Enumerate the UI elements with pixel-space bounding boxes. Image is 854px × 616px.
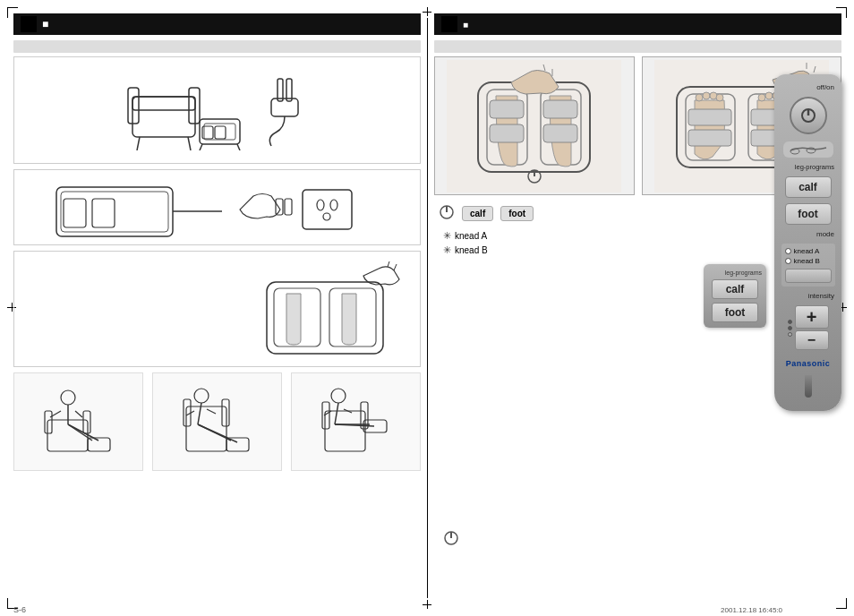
left-header-title: ■	[42, 18, 48, 30]
plus-button[interactable]: +	[795, 305, 829, 329]
float-foot-button[interactable]: foot	[712, 303, 758, 322]
svg-rect-19	[92, 199, 115, 227]
dot-1	[788, 320, 792, 324]
figure-box-2	[152, 372, 282, 471]
svg-rect-66	[543, 124, 577, 142]
step-2-section	[13, 169, 421, 245]
svg-line-6	[188, 137, 191, 150]
figure-box-1	[13, 372, 143, 471]
dot-row-3	[788, 332, 792, 337]
bottom-power-area	[443, 530, 459, 549]
svg-rect-20	[276, 199, 283, 215]
right-header-accent	[441, 16, 457, 32]
minus-button[interactable]: −	[795, 330, 829, 350]
calf-small-power	[439, 204, 455, 223]
svg-rect-49	[325, 411, 365, 451]
knead-a-option: knead A	[785, 247, 832, 255]
svg-point-24	[330, 200, 337, 210]
step-3-section	[13, 251, 421, 367]
svg-point-78	[716, 94, 723, 101]
svg-point-76	[703, 92, 710, 99]
svg-rect-22	[303, 190, 352, 229]
left-header-black-accent	[21, 16, 37, 32]
remote-control: off/on leg-programs calf foot mode	[774, 74, 841, 411]
intensity-label: intensity	[808, 292, 834, 300]
right-thin-bar	[434, 40, 841, 53]
remote-cord	[805, 375, 812, 398]
knead-a-option-label: knead A	[794, 247, 820, 255]
figure-1-svg	[43, 380, 115, 465]
radio-b[interactable]	[785, 258, 791, 264]
svg-rect-40	[184, 399, 191, 426]
step-3-illustration	[235, 257, 414, 364]
knead-b-option: knead B	[785, 257, 832, 265]
calf-button[interactable]: calf	[785, 176, 832, 198]
plus-minus-container: + −	[795, 305, 829, 350]
cross-mark-bottom	[423, 600, 431, 609]
svg-point-80	[765, 92, 773, 99]
step-2-illustration	[20, 175, 414, 239]
page-divider	[427, 18, 428, 598]
svg-rect-41	[222, 399, 229, 426]
left-page: ■	[13, 13, 421, 603]
leg-icon-svg	[786, 143, 831, 156]
svg-rect-65	[543, 100, 577, 118]
dot-3	[788, 332, 792, 337]
knead-b-label: knead B	[455, 245, 488, 255]
dot-row-2	[788, 326, 792, 330]
intensity-row: + −	[788, 305, 829, 350]
radio-a[interactable]	[785, 248, 791, 254]
svg-rect-31	[83, 411, 90, 433]
page-number-left: S-6	[13, 605, 26, 614]
float-panel-label: leg-programs	[725, 270, 762, 276]
connect-svg	[47, 174, 388, 241]
right-header-title: ■	[463, 20, 468, 30]
svg-rect-29	[47, 420, 88, 451]
calf-power-icon	[526, 168, 542, 187]
svg-rect-26	[267, 282, 383, 354]
svg-rect-30	[45, 411, 52, 433]
svg-rect-3	[132, 97, 195, 110]
svg-rect-12	[215, 126, 226, 139]
svg-rect-1	[128, 88, 139, 124]
mode-section: knead A knead B	[781, 244, 835, 287]
small-calf-btn[interactable]: calf	[462, 206, 493, 221]
figures-row	[13, 372, 421, 471]
svg-rect-0	[132, 97, 195, 137]
svg-point-75	[696, 94, 703, 101]
mode-label: mode	[816, 230, 834, 238]
mode-toggle-button[interactable]	[785, 269, 832, 283]
svg-line-9	[200, 144, 202, 150]
cross-mark-top	[423, 7, 431, 16]
left-thin-bar	[13, 40, 421, 53]
chair-svg	[124, 70, 258, 150]
bottom-power-icon	[443, 530, 459, 546]
float-calf-button[interactable]: calf	[712, 279, 758, 299]
foot-button[interactable]: foot	[785, 203, 832, 225]
dot-row-1	[788, 320, 792, 324]
svg-line-10	[237, 144, 240, 150]
svg-line-38	[75, 411, 82, 417]
left-header-bar: ■	[13, 13, 421, 35]
svg-point-53	[331, 389, 346, 403]
power-button[interactable]	[790, 97, 827, 134]
svg-line-54	[335, 403, 338, 424]
floating-calf-foot-panel: leg-programs calf foot	[704, 264, 766, 328]
svg-rect-86	[688, 130, 731, 146]
knead-b-option-label: knead B	[794, 257, 820, 265]
power-icon	[799, 107, 817, 124]
date-stamp: 2001.12.18 16:45:0	[721, 606, 782, 614]
svg-line-46	[198, 424, 237, 442]
svg-rect-63	[490, 100, 524, 118]
step-1-illustration	[20, 63, 414, 158]
svg-rect-15	[271, 98, 298, 116]
step-1-section	[13, 56, 421, 164]
svg-point-25	[323, 213, 330, 220]
small-foot-btn[interactable]: foot	[500, 206, 534, 221]
figure-3-svg	[320, 380, 392, 465]
off-on-label: off/on	[816, 83, 834, 91]
svg-point-79	[758, 94, 765, 101]
leg-programs-label: leg-programs	[795, 163, 834, 171]
svg-point-33	[61, 390, 75, 405]
spark-a-icon: ✳	[443, 230, 451, 242]
